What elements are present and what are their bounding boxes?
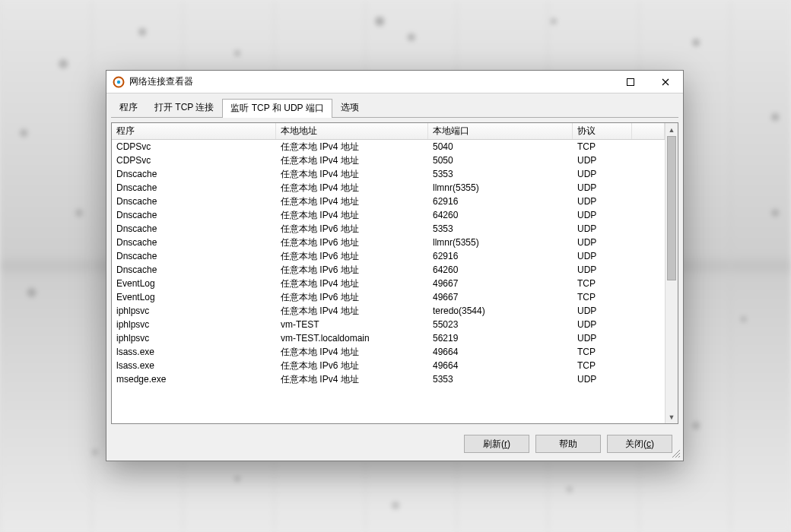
table-cell: llmnr(5355) (428, 237, 573, 248)
table-row[interactable]: Dnscache任意本地 IPv4 地址64260UDP (112, 208, 665, 222)
table-row[interactable]: lsass.exe任意本地 IPv4 地址49664TCP (112, 345, 665, 359)
tab-options[interactable]: 选项 (332, 98, 367, 117)
title-bar[interactable]: 网络连接查看器 (106, 71, 683, 93)
listview-header[interactable]: 程序 本地地址 本地端口 协议 (112, 123, 665, 140)
table-row[interactable]: Dnscache任意本地 IPv4 地址5353UDP (112, 167, 665, 181)
column-header-local-address[interactable]: 本地地址 (276, 123, 428, 139)
table-row[interactable]: iphlpsvcvm-TEST55023UDP (112, 318, 665, 331)
tab-label: 程序 (119, 102, 138, 112)
scrollbar-track[interactable] (666, 136, 678, 410)
button-label-prefix: 刷新( (483, 438, 504, 451)
table-row[interactable]: msedge.exe任意本地 IPv4 地址5353UDP (112, 372, 665, 386)
button-label: 帮助 (559, 438, 577, 451)
table-cell: iphlpsvc (112, 333, 276, 344)
client-area: 程序 本地地址 本地端口 协议 CDPSvc任意本地 IPv4 地址5040TC… (106, 118, 683, 461)
app-icon (113, 76, 125, 88)
table-cell: TCP (573, 278, 632, 289)
column-header-protocol[interactable]: 协议 (573, 123, 632, 139)
table-row[interactable]: EventLog任意本地 IPv6 地址49667TCP (112, 290, 665, 304)
listview[interactable]: 程序 本地地址 本地端口 协议 CDPSvc任意本地 IPv4 地址5040TC… (111, 122, 678, 424)
svg-line-5 (678, 456, 680, 458)
table-cell: 任意本地 IPv6 地址 (276, 291, 428, 304)
table-cell: 5353 (428, 374, 573, 385)
column-header-local-port[interactable]: 本地端口 (428, 123, 573, 139)
table-cell: TCP (573, 292, 632, 302)
table-row[interactable]: Dnscache任意本地 IPv6 地址llmnr(5355)UDP (112, 236, 665, 249)
table-row[interactable]: Dnscache任意本地 IPv6 地址64260UDP (112, 263, 665, 277)
table-row[interactable]: CDPSvc任意本地 IPv4 地址5040TCP (112, 140, 665, 154)
table-row[interactable]: Dnscache任意本地 IPv4 地址llmnr(5355)UDP (112, 181, 665, 195)
table-cell: teredo(3544) (428, 306, 573, 316)
button-label-suffix: ) (507, 439, 510, 449)
table-cell: 任意本地 IPv4 地址 (276, 182, 428, 195)
table-cell: iphlpsvc (112, 306, 276, 316)
table-cell: Dnscache (112, 182, 276, 193)
table-row[interactable]: iphlpsvc任意本地 IPv4 地址teredo(3544)UDP (112, 304, 665, 318)
table-cell: UDP (573, 306, 632, 316)
resize-grip-icon[interactable] (670, 448, 681, 458)
button-label-suffix: ) (651, 439, 654, 449)
table-cell: 5353 (428, 169, 573, 179)
table-cell: Dnscache (112, 169, 276, 179)
table-cell: Dnscache (112, 223, 276, 234)
refresh-button[interactable]: 刷新(r) (464, 435, 529, 453)
table-cell: vm-TEST.localdomain (276, 333, 428, 344)
tab-open-tcp[interactable]: 打开 TCP 连接 (146, 98, 222, 117)
table-cell: Dnscache (112, 264, 276, 275)
table-row[interactable]: lsass.exe任意本地 IPv6 地址49664TCP (112, 359, 665, 372)
table-cell: lsass.exe (112, 347, 276, 357)
table-cell: UDP (573, 169, 632, 179)
table-cell: Dnscache (112, 196, 276, 207)
table-cell: 任意本地 IPv6 地址 (276, 236, 428, 249)
close-button[interactable] (648, 71, 683, 93)
table-cell: TCP (573, 141, 632, 152)
table-cell: UDP (573, 264, 632, 275)
table-row[interactable]: iphlpsvcvm-TEST.localdomain56219UDP (112, 331, 665, 345)
table-cell: 任意本地 IPv4 地址 (276, 154, 428, 167)
table-row[interactable]: Dnscache任意本地 IPv6 地址5353UDP (112, 222, 665, 236)
table-cell: UDP (573, 182, 632, 193)
column-header-filler (632, 123, 665, 139)
table-cell: EventLog (112, 278, 276, 289)
table-cell: 任意本地 IPv4 地址 (276, 209, 428, 222)
table-cell: 5050 (428, 155, 573, 166)
dialog-window: 网络连接查看器 程序 打开 TCP 连接 监听 TCP 和 UDP 端口 选项 … (106, 70, 684, 461)
tab-programs[interactable]: 程序 (111, 98, 146, 117)
svg-point-1 (117, 80, 120, 83)
scroll-down-arrow-icon[interactable]: ▼ (666, 410, 678, 423)
vertical-scrollbar[interactable]: ▲ ▼ (665, 123, 678, 423)
tab-label: 打开 TCP 连接 (154, 102, 214, 112)
table-row[interactable]: CDPSvc任意本地 IPv4 地址5050UDP (112, 154, 665, 167)
listview-rows[interactable]: CDPSvc任意本地 IPv4 地址5040TCPCDPSvc任意本地 IPv4… (112, 140, 665, 423)
table-row[interactable]: Dnscache任意本地 IPv6 地址62916UDP (112, 249, 665, 263)
table-cell: 任意本地 IPv6 地址 (276, 223, 428, 236)
table-cell: 任意本地 IPv6 地址 (276, 359, 428, 372)
scrollbar-thumb[interactable] (667, 136, 676, 280)
table-cell: UDP (573, 196, 632, 207)
table-cell: UDP (573, 319, 632, 330)
maximize-button[interactable] (613, 71, 648, 93)
table-cell: 任意本地 IPv4 地址 (276, 305, 428, 318)
table-cell: UDP (573, 251, 632, 261)
table-cell: UDP (573, 333, 632, 344)
table-cell: Dnscache (112, 251, 276, 261)
button-bar: 刷新(r) 帮助 关闭(c) (111, 424, 678, 456)
help-button[interactable]: 帮助 (535, 435, 601, 453)
svg-rect-2 (627, 78, 634, 85)
table-row[interactable]: EventLog任意本地 IPv4 地址49667TCP (112, 277, 665, 290)
table-cell: lsass.exe (112, 360, 276, 371)
table-cell: 5040 (428, 141, 573, 152)
window-title: 网络连接查看器 (129, 75, 613, 88)
button-label-prefix: 关闭( (625, 438, 646, 451)
table-cell: Dnscache (112, 237, 276, 248)
table-row[interactable]: Dnscache任意本地 IPv4 地址62916UDP (112, 195, 665, 208)
tab-listening-ports[interactable]: 监听 TCP 和 UDP 端口 (222, 99, 332, 118)
table-cell: 49667 (428, 278, 573, 289)
scroll-up-arrow-icon[interactable]: ▲ (666, 123, 678, 136)
table-cell: CDPSvc (112, 155, 276, 166)
close-dialog-button[interactable]: 关闭(c) (607, 435, 672, 453)
table-cell: UDP (573, 374, 632, 385)
table-cell: 任意本地 IPv4 地址 (276, 195, 428, 208)
column-header-program[interactable]: 程序 (112, 123, 276, 139)
table-cell: 56219 (428, 333, 573, 344)
